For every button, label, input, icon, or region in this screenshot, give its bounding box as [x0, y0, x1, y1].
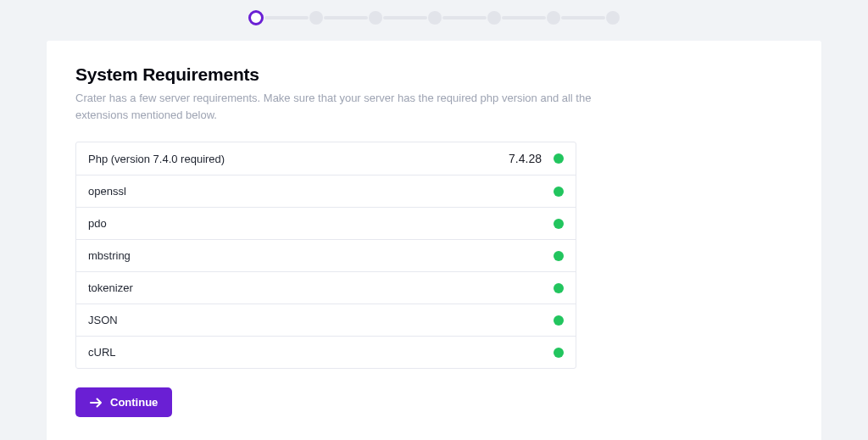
step-connector [561, 16, 605, 19]
requirement-label: Php (version 7.4.0 required) [88, 153, 225, 165]
requirement-status [554, 187, 564, 197]
step-5 [487, 11, 501, 25]
table-row: mbstring [76, 240, 576, 272]
requirement-status [554, 219, 564, 229]
step-connector [324, 16, 368, 19]
requirement-status [554, 283, 564, 293]
stepper [0, 0, 868, 41]
step-connector [442, 16, 487, 19]
requirement-status [554, 251, 564, 261]
page-title: System Requirements [75, 64, 793, 85]
requirement-label: pdo [88, 217, 107, 230]
status-ok-icon [554, 348, 564, 358]
requirement-label: cURL [88, 346, 116, 359]
status-ok-icon [554, 283, 564, 293]
step-2 [309, 11, 323, 25]
step-7 [606, 11, 620, 25]
requirement-label: JSON [88, 314, 118, 326]
step-3 [369, 11, 382, 25]
requirement-version: 7.4.28 [509, 152, 542, 165]
requirement-status: 7.4.28 [509, 152, 564, 165]
continue-button-label: Continue [110, 396, 158, 409]
step-6 [547, 11, 560, 25]
table-row: tokenizer [76, 272, 576, 304]
requirement-status [554, 348, 564, 358]
continue-button[interactable]: Continue [75, 387, 172, 417]
table-row: JSON [76, 304, 576, 337]
step-connector [502, 16, 546, 19]
table-row: openssl [76, 175, 576, 208]
status-ok-icon [554, 153, 564, 164]
requirement-label: openssl [88, 185, 126, 198]
table-row: pdo [76, 208, 576, 240]
status-ok-icon [554, 315, 564, 326]
requirement-label: mbstring [88, 249, 131, 262]
status-ok-icon [554, 219, 564, 229]
table-row: Php (version 7.4.0 required)7.4.28 [76, 142, 576, 175]
step-connector [383, 16, 427, 19]
status-ok-icon [554, 251, 564, 261]
step-1 [248, 10, 264, 25]
table-row: cURL [76, 337, 576, 368]
status-ok-icon [554, 187, 564, 197]
requirement-label: tokenizer [88, 281, 133, 294]
arrow-right-icon [90, 398, 103, 408]
step-connector [264, 16, 309, 19]
requirements-card: System Requirements Crater has a few ser… [47, 41, 821, 440]
step-4 [428, 11, 442, 25]
requirements-table: Php (version 7.4.0 required)7.4.28openss… [75, 142, 576, 369]
page-subtitle: Crater has a few server requirements. Ma… [75, 90, 618, 123]
requirement-status [554, 315, 564, 326]
